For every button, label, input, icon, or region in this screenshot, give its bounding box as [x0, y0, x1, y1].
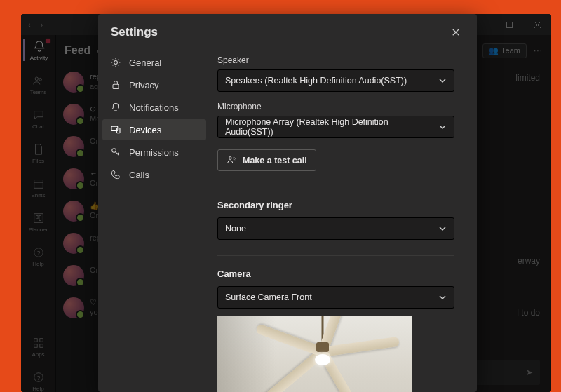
close-icon: [452, 28, 460, 36]
speaker-dropdown[interactable]: Speakers (Realtek High Definition Audio(…: [217, 69, 454, 92]
svg-point-26: [229, 157, 231, 160]
microphone-dropdown[interactable]: Microphone Array (Realtek High Definitio…: [217, 116, 454, 138]
gear-icon: [109, 56, 122, 69]
svg-point-21: [114, 61, 118, 65]
svg-point-25: [112, 149, 116, 153]
nav-devices[interactable]: Devices: [102, 119, 206, 140]
nav-privacy[interactable]: Privacy: [102, 74, 206, 95]
secondary-ringer-heading: Secondary ringer: [217, 200, 454, 210]
speaker-label: Speaker: [217, 55, 454, 65]
key-icon: [109, 146, 122, 158]
settings-modal: Settings General Privacy Notifications D…: [98, 14, 477, 392]
chevron-down-icon: [438, 224, 447, 233]
nav-calls[interactable]: Calls: [102, 164, 206, 185]
svg-rect-22: [113, 84, 119, 88]
person-call-icon: [227, 155, 237, 165]
make-test-call-button[interactable]: Make a test call: [217, 149, 316, 171]
phone-icon: [109, 168, 122, 181]
camera-preview: Preview: [217, 316, 412, 392]
chevron-down-icon: [438, 293, 447, 302]
nav-notifications[interactable]: Notifications: [102, 97, 206, 118]
bell-icon: [109, 101, 122, 114]
settings-pane-devices: Speaker Speakers (Realtek High Definitio…: [210, 45, 477, 392]
nav-permissions[interactable]: Permissions: [102, 142, 206, 163]
camera-heading: Camera: [217, 269, 454, 279]
lock-icon: [109, 79, 122, 91]
nav-general[interactable]: General: [102, 52, 206, 73]
devices-icon: [109, 123, 122, 136]
chevron-down-icon: [438, 123, 447, 131]
microphone-label: Microphone: [217, 102, 454, 111]
settings-nav: General Privacy Notifications Devices Pe…: [98, 45, 210, 392]
close-button[interactable]: [447, 24, 464, 41]
camera-dropdown[interactable]: Surface Camera Front: [217, 286, 454, 309]
chevron-down-icon: [438, 76, 447, 85]
settings-title: Settings: [111, 25, 158, 39]
secondary-ringer-dropdown[interactable]: None: [217, 217, 454, 240]
